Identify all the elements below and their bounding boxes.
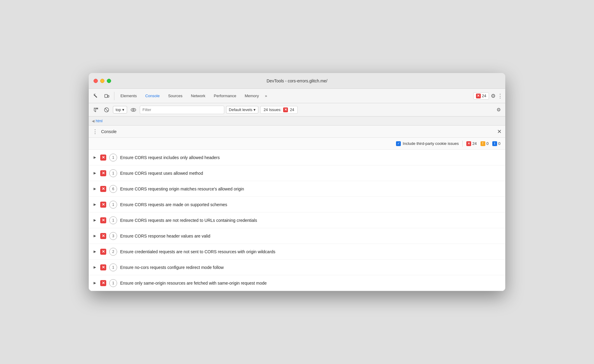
issue-error-icon: ✕ — [100, 233, 106, 239]
issue-text: Ensure CORS request includes only allowe… — [120, 155, 500, 160]
svg-point-10 — [131, 108, 136, 111]
error-count-badge[interactable]: ✕ 24 — [473, 92, 489, 100]
context-label: top — [116, 107, 121, 112]
issue-expand-icon: ▶ — [94, 218, 97, 222]
issues-error-icon: ✕ — [283, 107, 288, 112]
svg-marker-4 — [94, 108, 96, 112]
issue-error-icon: ✕ — [100, 264, 106, 270]
info-count-value: 0 — [498, 141, 500, 146]
svg-point-11 — [133, 109, 134, 110]
close-button[interactable] — [94, 79, 98, 83]
console-close-button[interactable]: ✕ — [497, 128, 502, 135]
third-party-cookie-label: Include third-party cookie issues — [403, 141, 459, 146]
third-party-cookie-checkbox[interactable]: ✓ — [396, 141, 401, 146]
filter-input[interactable] — [140, 106, 224, 114]
toolbar-right: ✕ 24 ⚙ ⋮ — [473, 92, 503, 100]
tab-network[interactable]: Network — [187, 92, 209, 100]
issue-error-icon: ✕ — [100, 170, 106, 176]
breadcrumb-html[interactable]: html — [96, 119, 103, 123]
settings-gear-icon[interactable]: ⚙ — [491, 93, 496, 99]
issue-count-badge: 1 — [109, 201, 117, 209]
svg-rect-3 — [108, 95, 109, 97]
console-toolbar-right: ⚙ — [494, 106, 503, 114]
issue-expand-icon: ▶ — [94, 234, 97, 238]
issue-expand-icon: ▶ — [94, 250, 97, 254]
window-title: DevTools - cors-errors.glitch.me/ — [267, 78, 327, 83]
main-toolbar: Elements Console Sources Network Perform… — [89, 89, 505, 103]
issue-error-icon: ✕ — [100, 155, 106, 161]
tab-performance[interactable]: Performance — [210, 92, 240, 100]
issue-text: Ensure CORS request uses allowed method — [120, 171, 500, 176]
svg-rect-1 — [94, 94, 94, 96]
issue-list-item[interactable]: ▶ ✕ 2 Ensure credentialed requests are n… — [89, 244, 505, 260]
error-issue-count: ✕ 24 — [466, 141, 477, 146]
info-issue-count: i 0 — [492, 141, 500, 146]
tab-console[interactable]: Console — [142, 92, 163, 100]
error-count-icon: ✕ — [466, 141, 471, 146]
issue-error-icon: ✕ — [100, 186, 106, 192]
console-title: Console — [101, 129, 117, 134]
breadcrumb-back-icon[interactable]: ◀ — [92, 119, 94, 123]
tab-memory[interactable]: Memory — [241, 92, 263, 100]
log-level-label: Default levels — [229, 107, 252, 112]
clear-console-button[interactable] — [91, 105, 100, 114]
error-icon: ✕ — [476, 94, 481, 98]
svg-rect-2 — [105, 94, 107, 97]
context-dropdown[interactable]: top ▾ — [113, 106, 127, 113]
issue-count-badge: 1 — [109, 279, 117, 287]
more-tabs-button[interactable]: » — [264, 94, 268, 98]
issue-text: Ensure credentialed requests are not sen… — [120, 249, 500, 254]
info-count-icon: i — [492, 141, 497, 146]
console-header: ⋮ Console ✕ — [89, 126, 505, 138]
issue-list-item[interactable]: ▶ ✕ 3 Ensure CORS response header values… — [89, 228, 505, 244]
issue-count-badge: 1 — [109, 154, 117, 161]
issue-error-icon: ✕ — [100, 217, 106, 223]
issues-bar-separator — [462, 141, 463, 147]
issue-text: Ensure CORS requesting origin matches re… — [120, 187, 500, 191]
console-panel: ⋮ Console ✕ ✓ Include third-party cookie… — [89, 126, 505, 291]
issue-text: Ensure only same-origin resources are fe… — [120, 281, 500, 286]
issue-text: Ensure CORS response header values are v… — [120, 234, 500, 238]
warning-count-value: 0 — [487, 141, 489, 146]
issue-list-item[interactable]: ▶ ✕ 1 Ensure CORS request uses allowed m… — [89, 165, 505, 181]
tab-elements[interactable]: Elements — [117, 92, 140, 100]
issue-list-item[interactable]: ▶ ✕ 1 Ensure CORS request includes only … — [89, 150, 505, 165]
third-party-cookie-checkbox-label[interactable]: ✓ Include third-party cookie issues — [396, 141, 459, 146]
issue-count-badge: 2 — [109, 248, 117, 256]
toolbar-separator-1 — [114, 92, 114, 100]
maximize-button[interactable] — [107, 79, 111, 83]
issue-list-item[interactable]: ▶ ✕ 6 Ensure CORS requesting origin matc… — [89, 181, 505, 197]
console-drag-handle[interactable]: ⋮ — [92, 128, 98, 135]
issues-count-badge[interactable]: 24 Issues: ✕ 24 — [260, 106, 298, 114]
more-options-icon[interactable]: ⋮ — [497, 93, 503, 99]
issue-list-item[interactable]: ▶ ✕ 1 Ensure CORS requests are not redir… — [89, 212, 505, 228]
warning-issue-count: ! 0 — [481, 141, 489, 146]
svg-line-9 — [105, 108, 108, 111]
tab-sources[interactable]: Sources — [164, 92, 186, 100]
device-toolbar-button[interactable] — [102, 91, 112, 101]
issue-list-item[interactable]: ▶ ✕ 1 Ensure no-cors requests configure … — [89, 260, 505, 275]
issue-count-badge: 6 — [109, 185, 117, 193]
issue-expand-icon: ▶ — [94, 171, 97, 175]
issue-list-item[interactable]: ▶ ✕ 1 Ensure only same-origin resources … — [89, 275, 505, 291]
issue-list-item[interactable]: ▶ ✕ 1 Ensure CORS requests are made on s… — [89, 197, 505, 212]
eye-button[interactable] — [129, 105, 138, 114]
block-icon-button[interactable] — [102, 105, 111, 114]
inspect-element-button[interactable] — [91, 91, 101, 101]
issue-expand-icon: ▶ — [94, 265, 97, 269]
breadcrumb-bar: ◀ html — [89, 117, 505, 126]
minimize-button[interactable] — [100, 79, 104, 83]
error-count-label: 24 — [482, 94, 486, 98]
console-settings-button[interactable]: ⚙ — [494, 106, 503, 114]
log-level-dropdown[interactable]: Default levels ▾ — [226, 106, 258, 113]
issue-list: ▶ ✕ 1 Ensure CORS request includes only … — [89, 150, 505, 291]
issue-count-badge: 1 — [109, 263, 117, 271]
issue-expand-icon: ▶ — [94, 203, 97, 206]
issue-error-icon: ✕ — [100, 202, 106, 208]
issues-text: 24 Issues: — [263, 107, 281, 112]
issue-text: Ensure CORS requests are not redirected … — [120, 218, 500, 223]
issue-count-badge: 1 — [109, 169, 117, 177]
warning-count-icon: ! — [481, 141, 485, 146]
dropdown-arrow-icon: ▾ — [122, 107, 124, 112]
devtools-window: DevTools - cors-errors.glitch.me/ Elemen… — [89, 73, 505, 291]
